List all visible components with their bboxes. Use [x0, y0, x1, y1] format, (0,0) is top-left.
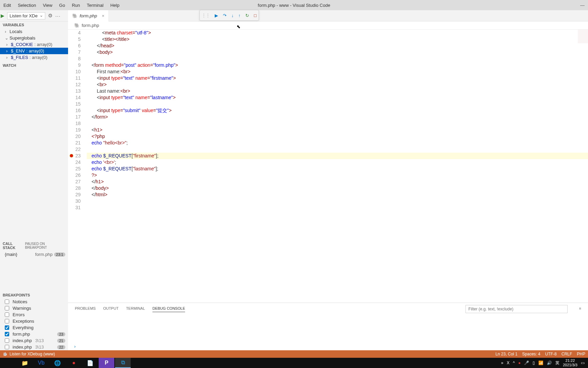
- menu-terminal[interactable]: Terminal: [83, 1, 107, 10]
- taskbar-chrome[interactable]: 🌐: [50, 358, 65, 368]
- breakpoint-checkbox[interactable]: [5, 312, 9, 317]
- debug-config-dropdown[interactable]: Listen for XDe: [7, 12, 45, 19]
- variables-superglobals[interactable]: ⌄Superglobals: [0, 35, 68, 41]
- variables-locals[interactable]: ›Locals: [0, 28, 68, 35]
- breakpoint-row[interactable]: Notices: [0, 298, 68, 305]
- code-line[interactable]: <h1>: [87, 127, 588, 133]
- code-line[interactable]: [87, 120, 588, 127]
- debug-toolbar[interactable]: ⋮⋮ ▶ ↷ ↓ ↑ ↻ □: [199, 10, 259, 21]
- step-over-icon[interactable]: ↷: [223, 13, 227, 18]
- taskbar-notepadpp[interactable]: 📄: [82, 358, 98, 368]
- minimize-icon[interactable]: —: [580, 3, 585, 8]
- continue-icon[interactable]: ▶: [215, 13, 218, 18]
- panel-menu-icon[interactable]: ≡: [579, 306, 581, 312]
- code-line[interactable]: [87, 204, 588, 211]
- breakpoint-row[interactable]: form.php23: [0, 331, 68, 337]
- drag-handle-icon[interactable]: ⋮⋮: [202, 13, 210, 18]
- code-area[interactable]: <meta charset="utf-8"> <title></title> <…: [87, 30, 588, 303]
- code-line[interactable]: </form>: [87, 114, 588, 120]
- taskbar-vscode[interactable]: ⧉: [115, 358, 131, 368]
- taskbar-phpstorm[interactable]: P: [99, 358, 114, 368]
- code-line[interactable]: <input type="text" name="firstname">: [87, 75, 588, 81]
- breakpoint-checkbox[interactable]: [5, 325, 9, 330]
- code-line[interactable]: First name:<br>: [87, 68, 588, 75]
- watch-header[interactable]: WATCH: [0, 62, 68, 69]
- taskbar-start[interactable]: [1, 358, 16, 368]
- code-line[interactable]: <?php: [87, 133, 588, 140]
- more-icon[interactable]: ···: [55, 13, 61, 19]
- callstack-header[interactable]: CALL STACK PAUSED ON BREAKPOINT: [0, 240, 68, 251]
- code-line[interactable]: <input type="submit" value="提交">: [87, 107, 588, 114]
- breakpoint-checkbox[interactable]: [5, 319, 9, 323]
- breakpoint-checkbox[interactable]: [5, 338, 9, 343]
- breakpoint-row[interactable]: Errors: [0, 311, 68, 318]
- breakpoints-header[interactable]: BREAKPOINTS: [0, 292, 68, 298]
- code-line[interactable]: ?>: [87, 172, 588, 179]
- stop-icon[interactable]: □: [254, 13, 257, 18]
- taskbar-record[interactable]: ●: [66, 358, 82, 368]
- start-debug-icon[interactable]: ▶: [1, 13, 4, 18]
- variable-row[interactable]: ›$_COOKIE: array(0): [0, 41, 68, 48]
- close-icon[interactable]: ×: [102, 13, 104, 18]
- menu-go[interactable]: Go: [56, 1, 68, 10]
- code-line[interactable]: <input type="text" name="lastname">: [87, 94, 588, 101]
- code-line[interactable]: </head>: [87, 43, 588, 49]
- bug-icon[interactable]: [3, 352, 7, 356]
- code-line[interactable]: <form method="post" action="form.php">: [87, 62, 588, 68]
- tray-wifi-icon[interactable]: 📶: [538, 361, 543, 365]
- code-line[interactable]: echo $_REQUEST["lastname"];: [87, 166, 588, 172]
- tray-overflow-icon[interactable]: »: [501, 361, 504, 365]
- taskbar-explorer[interactable]: 📁: [17, 358, 33, 368]
- panel-tab-debug-console[interactable]: DEBUG CONSOLE: [152, 306, 185, 312]
- code-line[interactable]: </h1>: [87, 179, 588, 185]
- breakpoint-checkbox[interactable]: [5, 332, 9, 336]
- code-line[interactable]: echo "hello<br>";: [87, 140, 588, 146]
- stack-frame[interactable]: {main} form.php23:1: [0, 251, 68, 258]
- tray-clock[interactable]: 21:22 2021/3/3: [563, 358, 577, 367]
- tray-chevron-icon[interactable]: ^: [513, 361, 515, 365]
- menu-selection[interactable]: Selection: [14, 1, 39, 10]
- code-line[interactable]: <meta charset="utf-8">: [87, 30, 588, 36]
- debug-console-prompt-icon[interactable]: ›: [74, 344, 76, 349]
- step-out-icon[interactable]: ↑: [239, 13, 241, 18]
- code-line[interactable]: [87, 56, 588, 62]
- breakpoint-checkbox[interactable]: [5, 300, 9, 304]
- breakpoint-row[interactable]: Everything: [0, 324, 68, 331]
- status-item[interactable]: CRLF: [561, 352, 572, 356]
- menu-edit[interactable]: Edit: [0, 1, 14, 10]
- breakpoint-row[interactable]: index.php3\1322: [0, 344, 68, 350]
- tray-battery-icon[interactable]: ▯: [533, 361, 535, 365]
- code-line[interactable]: <body>: [87, 49, 588, 56]
- breakpoint-row[interactable]: Warnings: [0, 305, 68, 311]
- status-item[interactable]: Ln 23, Col 1: [495, 352, 518, 356]
- code-line[interactable]: </html>: [87, 191, 588, 198]
- minimap[interactable]: [578, 30, 588, 64]
- breakpoint-checkbox[interactable]: [5, 345, 9, 349]
- status-item[interactable]: UTF-8: [545, 352, 557, 356]
- taskbar-vbox[interactable]: Vb: [33, 358, 49, 368]
- panel-tab-terminal[interactable]: TERMINAL: [126, 306, 145, 312]
- menu-run[interactable]: Run: [68, 1, 83, 10]
- code-line[interactable]: <br>: [87, 81, 588, 88]
- breakpoint-checkbox[interactable]: [5, 306, 9, 310]
- gutter[interactable]: 4567891011121314151617181920212223242526…: [68, 30, 87, 303]
- tray-mic-icon[interactable]: 🎤: [524, 361, 529, 365]
- status-item[interactable]: Spaces: 4: [522, 352, 540, 356]
- code-line[interactable]: <title></title>: [87, 36, 588, 43]
- menu-view[interactable]: View: [39, 1, 56, 10]
- code-line[interactable]: Last name:<br>: [87, 88, 588, 94]
- status-item[interactable]: PHP: [577, 352, 585, 356]
- status-debug-label[interactable]: Listen for XDebug (www): [10, 352, 55, 356]
- menu-help[interactable]: Help: [107, 1, 123, 10]
- tray-close-icon[interactable]: X: [507, 361, 509, 365]
- tray-record-icon[interactable]: ●: [518, 361, 521, 365]
- code-line[interactable]: </body>: [87, 185, 588, 191]
- variable-row[interactable]: ›$_ENV: array(0): [0, 48, 68, 54]
- panel-tab-problems[interactable]: PROBLEMS: [75, 306, 96, 312]
- gear-icon[interactable]: ⚙: [48, 13, 52, 19]
- variable-row[interactable]: ›$_FILES: array(0): [0, 54, 68, 61]
- step-into-icon[interactable]: ↓: [231, 13, 234, 18]
- breakpoint-row[interactable]: Exceptions: [0, 318, 68, 324]
- code-line[interactable]: echo $_REQUEST["firstname"];: [87, 153, 588, 159]
- tray-ime[interactable]: 英: [555, 360, 559, 366]
